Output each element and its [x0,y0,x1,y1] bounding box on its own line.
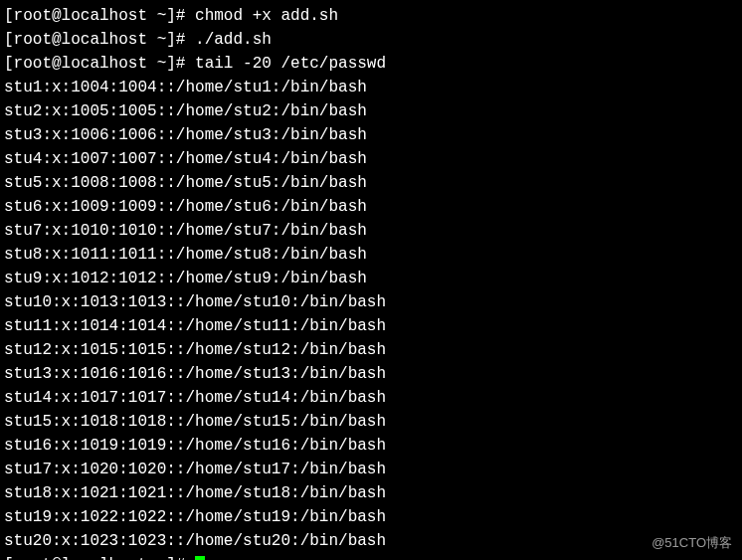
output-line: stu8:x:1011:1011::/home/stu8:/bin/bash [4,243,738,267]
prompt-line: [root@localhost ~]# ./add.sh [4,28,738,52]
shell-prompt: [root@localhost ~]# [4,55,195,73]
output-line: stu12:x:1015:1015::/home/stu12:/bin/bash [4,338,738,362]
command-text: ./add.sh [195,31,272,49]
prompt-line: [root@localhost ~]# [4,553,738,560]
output-line: stu7:x:1010:1010::/home/stu7:/bin/bash [4,219,738,243]
shell-prompt: [root@localhost ~]# [4,31,195,49]
cursor-icon[interactable] [195,556,205,560]
watermark-text: @51CTO博客 [651,533,732,553]
output-line: stu17:x:1020:1020::/home/stu17:/bin/bash [4,458,738,481]
terminal-output[interactable]: [root@localhost ~]# chmod +x add.sh[root… [4,4,738,560]
output-line: stu11:x:1014:1014::/home/stu11:/bin/bash [4,314,738,338]
command-text: chmod +x add.sh [195,7,338,25]
output-line: stu19:x:1022:1022::/home/stu19:/bin/bash [4,505,738,529]
output-line: stu4:x:1007:1007::/home/stu4:/bin/bash [4,147,738,171]
output-line: stu1:x:1004:1004::/home/stu1:/bin/bash [4,76,738,99]
output-line: stu14:x:1017:1017::/home/stu14:/bin/bash [4,386,738,410]
output-line: stu9:x:1012:1012::/home/stu9:/bin/bash [4,267,738,290]
shell-prompt: [root@localhost ~]# [4,556,195,560]
output-line: stu10:x:1013:1013::/home/stu10:/bin/bash [4,290,738,314]
output-line: stu3:x:1006:1006::/home/stu3:/bin/bash [4,123,738,147]
output-line: stu13:x:1016:1016::/home/stu13:/bin/bash [4,362,738,386]
prompt-line: [root@localhost ~]# tail -20 /etc/passwd [4,52,738,76]
output-line: stu20:x:1023:1023::/home/stu20:/bin/bash [4,529,738,553]
output-line: stu2:x:1005:1005::/home/stu2:/bin/bash [4,99,738,123]
command-text: tail -20 /etc/passwd [195,55,386,73]
output-line: stu6:x:1009:1009::/home/stu6:/bin/bash [4,195,738,219]
prompt-line: [root@localhost ~]# chmod +x add.sh [4,4,738,28]
output-line: stu15:x:1018:1018::/home/stu15:/bin/bash [4,410,738,434]
shell-prompt: [root@localhost ~]# [4,7,195,25]
output-line: stu5:x:1008:1008::/home/stu5:/bin/bash [4,171,738,195]
output-line: stu16:x:1019:1019::/home/stu16:/bin/bash [4,434,738,458]
output-line: stu18:x:1021:1021::/home/stu18:/bin/bash [4,481,738,505]
